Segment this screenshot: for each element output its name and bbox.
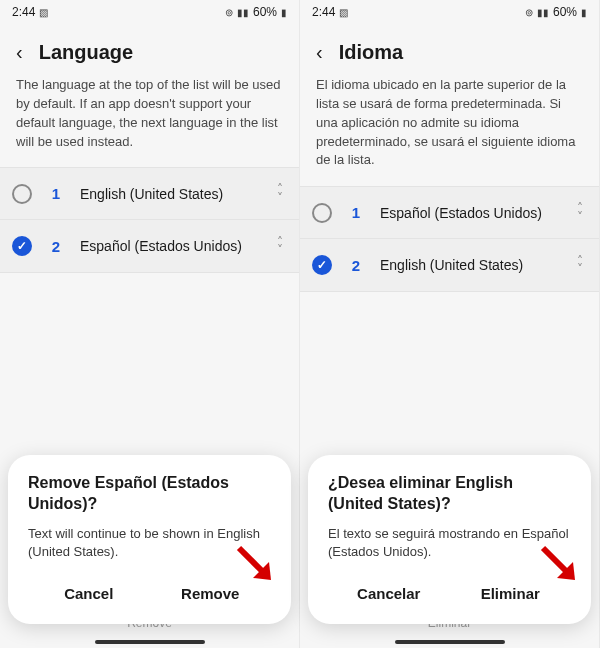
language-number: 2: [46, 238, 66, 255]
language-label: Español (Estados Unidos): [80, 237, 273, 255]
dialog-body: Text will continue to be shown in Englis…: [28, 525, 271, 561]
screen-right: 2:44 ▧ ⊚ ▮▮ 60% ▮ ‹ Idioma El idioma ubi…: [300, 0, 600, 648]
language-item[interactable]: 2 English (United States) ˄˅: [300, 239, 599, 291]
back-icon[interactable]: ‹: [16, 40, 27, 64]
language-item[interactable]: 1 English (United States) ˄˅: [0, 168, 299, 220]
dialog-body: El texto se seguirá mostrando en Español…: [328, 525, 571, 561]
radio-unchecked[interactable]: [312, 203, 332, 223]
cancel-button[interactable]: Cancelar: [328, 575, 450, 612]
language-label: English (United States): [380, 256, 573, 274]
header: ‹ Idioma: [300, 24, 599, 72]
remove-button[interactable]: Remove: [150, 575, 272, 612]
cancel-button[interactable]: Cancel: [28, 575, 150, 612]
sort-handle-icon[interactable]: ˄˅: [573, 204, 587, 221]
battery-icon: ▮: [281, 7, 287, 18]
language-number: 2: [346, 257, 366, 274]
status-bar: 2:44 ▧ ⊚ ▮▮ 60% ▮: [300, 0, 599, 24]
radio-checked[interactable]: [312, 255, 332, 275]
remove-dialog: Remove Español (Estados Unidos)? Text wi…: [8, 455, 291, 624]
sort-handle-icon[interactable]: ˄˅: [273, 238, 287, 255]
nav-indicator[interactable]: [395, 640, 505, 644]
page-title: Language: [39, 41, 133, 64]
screenshot-icon: ▧: [39, 7, 48, 18]
dialog-actions: Cancelar Eliminar: [328, 575, 571, 612]
language-label: English (United States): [80, 185, 273, 203]
wifi-icon: ⊚: [225, 7, 233, 18]
signal-icon: ▮▮: [237, 7, 249, 18]
back-icon[interactable]: ‹: [316, 40, 327, 64]
language-number: 1: [346, 204, 366, 221]
dialog-title: Remove Español (Estados Unidos)?: [28, 473, 271, 515]
page-title: Idioma: [339, 41, 403, 64]
language-number: 1: [46, 185, 66, 202]
language-list: 1 English (United States) ˄˅ 2 Español (…: [0, 167, 299, 273]
remove-button[interactable]: Eliminar: [450, 575, 572, 612]
radio-checked[interactable]: [12, 236, 32, 256]
status-time: 2:44: [312, 5, 335, 19]
language-item[interactable]: 1 Español (Estados Unidos) ˄˅: [300, 187, 599, 239]
language-item[interactable]: 2 Español (Estados Unidos) ˄˅: [0, 220, 299, 272]
sort-handle-icon[interactable]: ˄˅: [573, 257, 587, 274]
screenshot-icon: ▧: [339, 7, 348, 18]
page-description: The language at the top of the list will…: [0, 72, 299, 167]
battery-percent: 60%: [253, 5, 277, 19]
signal-icon: ▮▮: [537, 7, 549, 18]
nav-indicator[interactable]: [95, 640, 205, 644]
screen-left: 2:44 ▧ ⊚ ▮▮ 60% ▮ ‹ Language The languag…: [0, 0, 300, 648]
status-time: 2:44: [12, 5, 35, 19]
battery-icon: ▮: [581, 7, 587, 18]
wifi-icon: ⊚: [525, 7, 533, 18]
language-list: 1 Español (Estados Unidos) ˄˅ 2 English …: [300, 186, 599, 292]
remove-dialog: ¿Desea eliminar English (United States)?…: [308, 455, 591, 624]
language-label: Español (Estados Unidos): [380, 204, 573, 222]
dialog-title: ¿Desea eliminar English (United States)?: [328, 473, 571, 515]
battery-percent: 60%: [553, 5, 577, 19]
sort-handle-icon[interactable]: ˄˅: [273, 185, 287, 202]
status-bar: 2:44 ▧ ⊚ ▮▮ 60% ▮: [0, 0, 299, 24]
page-description: El idioma ubicado en la parte superior d…: [300, 72, 599, 186]
dialog-actions: Cancel Remove: [28, 575, 271, 612]
radio-unchecked[interactable]: [12, 184, 32, 204]
header: ‹ Language: [0, 24, 299, 72]
